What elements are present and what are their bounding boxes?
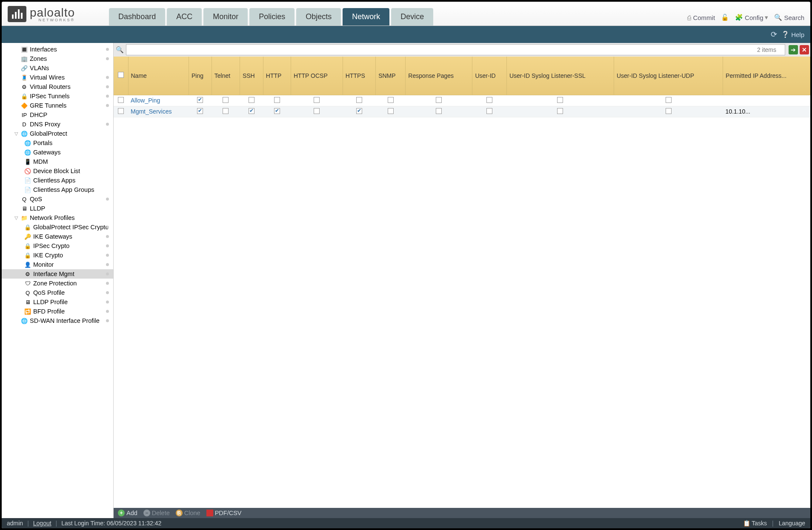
cell-checkbox[interactable] <box>314 97 320 103</box>
tab-dashboard[interactable]: Dashboard <box>109 8 165 26</box>
sidebar-item-interfaces[interactable]: 🔳Interfaces <box>2 45 113 54</box>
tab-acc[interactable]: ACC <box>167 8 202 26</box>
tab-monitor[interactable]: Monitor <box>203 8 248 26</box>
cell-checkbox[interactable] <box>388 108 394 114</box>
sidebar-item-monitor[interactable]: 👤Monitor <box>2 260 113 269</box>
col-header[interactable]: User-ID Syslog Listener-SSL <box>506 57 614 95</box>
cell-checkbox[interactable] <box>436 108 442 114</box>
sidebar-item-qos[interactable]: QQoS <box>2 194 113 204</box>
col-header[interactable]: HTTP OCSP <box>291 57 343 95</box>
sidebar-item-globalprotect-ipsec-crypto[interactable]: 🔒GlobalProtect IPSec Crypto <box>2 222 113 232</box>
search-button[interactable]: 🔍Search <box>774 14 804 21</box>
sidebar-item-dns-proxy[interactable]: DDNS Proxy <box>2 120 113 129</box>
tab-objects[interactable]: Objects <box>296 8 341 26</box>
sidebar-item-clientless-apps[interactable]: 📄Clientless Apps <box>2 176 113 185</box>
col-header[interactable] <box>114 57 128 95</box>
clone-button[interactable]: ⎘Clone <box>176 510 200 516</box>
cell-checkbox[interactable] <box>197 97 203 103</box>
sidebar-item-network-profiles[interactable]: ▽📁Network Profiles <box>2 213 113 222</box>
help-button[interactable]: ❔Help <box>781 31 804 38</box>
sidebar-item-virtual-wires[interactable]: 🧵Virtual Wires <box>2 73 113 82</box>
cell-checkbox[interactable] <box>486 97 492 103</box>
sidebar-item-qos-profile[interactable]: QQoS Profile <box>2 288 113 297</box>
cell-checkbox[interactable] <box>388 97 394 103</box>
row-checkbox[interactable] <box>118 97 124 103</box>
col-header[interactable]: User-ID <box>472 57 506 95</box>
sidebar-item-sd-wan-interface-profile[interactable]: 🌐SD-WAN Interface Profile <box>2 316 113 325</box>
table-row[interactable]: Mgmt_Services10.1.10... <box>114 106 810 117</box>
sidebar-item-virtual-routers[interactable]: ⚙Virtual Routers <box>2 82 113 91</box>
logout-link[interactable]: Logout <box>33 520 51 527</box>
refresh-icon[interactable]: ⟳ <box>771 30 777 39</box>
delete-button[interactable]: −Delete <box>143 510 170 516</box>
col-header[interactable]: User-ID Syslog Listener-UDP <box>614 57 723 95</box>
cell-checkbox[interactable] <box>557 108 563 114</box>
filter-input[interactable] <box>126 44 785 55</box>
sidebar-item-dhcp[interactable]: IPDHCP <box>2 110 113 120</box>
sidebar-item-globalprotect[interactable]: ▽🌐GlobalProtect <box>2 129 113 138</box>
sidebar-item-mdm[interactable]: 📱MDM <box>2 157 113 166</box>
row-name-link[interactable]: Allow_Ping <box>131 97 160 104</box>
sidebar-item-clientless-app-groups[interactable]: 📄Clientless App Groups <box>2 185 113 194</box>
col-header[interactable]: Name <box>128 57 189 95</box>
sidebar-item-lldp[interactable]: 🖥LLDP <box>2 204 113 213</box>
cell-checkbox[interactable] <box>356 108 362 114</box>
tasks-button[interactable]: 📋 Tasks <box>743 520 767 527</box>
pdfcsv-button[interactable]: PDF/CSV <box>206 510 242 516</box>
col-header[interactable]: HTTPS <box>343 57 375 95</box>
lock-icon[interactable]: 🔓 <box>721 14 729 21</box>
sidebar-item-portals[interactable]: 🌐Portals <box>2 138 113 148</box>
commit-button[interactable]: ⎙Commit <box>687 14 715 21</box>
cell-checkbox[interactable] <box>197 108 203 114</box>
col-header[interactable]: Response Pages <box>406 57 472 95</box>
sidebar-item-device-block-list[interactable]: 🚫Device Block List <box>2 166 113 176</box>
row-name-link[interactable]: Mgmt_Services <box>131 108 172 115</box>
cell-checkbox[interactable] <box>249 97 254 103</box>
sidebar-item-gre-tunnels[interactable]: 🔶GRE Tunnels <box>2 101 113 110</box>
sidebar-item-lldp-profile[interactable]: 🖥LLDP Profile <box>2 297 113 307</box>
status-dot <box>106 85 109 88</box>
add-button[interactable]: +Add <box>118 510 137 516</box>
col-header[interactable]: Telnet <box>212 57 240 95</box>
cell-checkbox[interactable] <box>356 97 362 103</box>
status-dot <box>106 76 109 79</box>
cell-checkbox[interactable] <box>223 97 229 103</box>
apply-filter-button[interactable]: ➔ <box>789 45 798 54</box>
status-dot <box>106 254 109 257</box>
language-button[interactable]: Language <box>779 520 805 527</box>
cell-checkbox[interactable] <box>223 108 229 114</box>
select-all-checkbox[interactable] <box>118 72 124 78</box>
sidebar-item-ipsec-crypto[interactable]: 🔒IPSec Crypto <box>2 241 113 251</box>
cell-checkbox[interactable] <box>314 108 320 114</box>
cell-checkbox[interactable] <box>274 97 280 103</box>
sidebar-item-vlans[interactable]: 🔗VLANs <box>2 63 113 73</box>
col-header[interactable]: SSH <box>240 57 263 95</box>
tab-policies[interactable]: Policies <box>249 8 294 26</box>
cell-checkbox[interactable] <box>557 97 563 103</box>
sidebar-item-zones[interactable]: 🏢Zones <box>2 54 113 63</box>
row-checkbox[interactable] <box>118 108 124 114</box>
tab-network[interactable]: Network <box>343 8 389 26</box>
cell-checkbox[interactable] <box>666 97 672 103</box>
config-dropdown[interactable]: 🧩Config▾ <box>735 14 768 21</box>
col-header[interactable]: Permitted IP Address... <box>723 57 810 95</box>
table-row[interactable]: Allow_Ping <box>114 95 810 106</box>
col-header[interactable]: Ping <box>189 57 212 95</box>
tab-device[interactable]: Device <box>391 8 433 26</box>
search-icon[interactable]: 🔍 <box>115 45 124 54</box>
sidebar-item-gateways[interactable]: 🌐Gateways <box>2 148 113 157</box>
sidebar-item-ike-crypto[interactable]: 🔒IKE Crypto <box>2 251 113 260</box>
sidebar-item-interface-mgmt[interactable]: ⚙Interface Mgmt <box>2 269 113 279</box>
cell-checkbox[interactable] <box>274 108 280 114</box>
col-header[interactable]: HTTP <box>263 57 291 95</box>
cell-checkbox[interactable] <box>249 108 254 114</box>
sidebar-item-bfd-profile[interactable]: 🔁BFD Profile <box>2 307 113 316</box>
sidebar-item-ike-gateways[interactable]: 🔑IKE Gateways <box>2 232 113 241</box>
col-header[interactable]: SNMP <box>376 57 406 95</box>
cell-checkbox[interactable] <box>436 97 442 103</box>
sidebar-item-ipsec-tunnels[interactable]: 🔒IPSec Tunnels <box>2 91 113 101</box>
clear-filter-button[interactable]: ✕ <box>800 45 809 54</box>
cell-checkbox[interactable] <box>666 108 672 114</box>
cell-checkbox[interactable] <box>486 108 492 114</box>
sidebar-item-zone-protection[interactable]: 🛡Zone Protection <box>2 279 113 288</box>
